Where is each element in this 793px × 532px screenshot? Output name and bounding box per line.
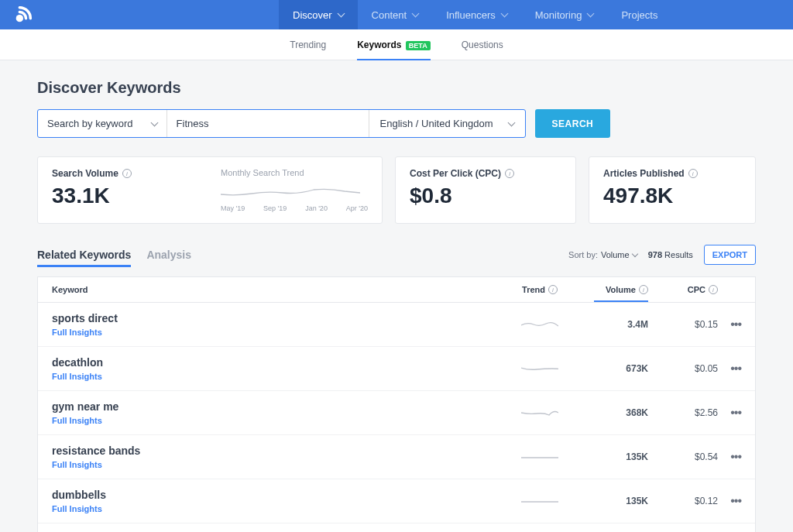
info-icon: i <box>548 285 558 294</box>
row-cpc: $2.56 <box>648 407 718 418</box>
table-row: resistance bands Full Insights 135K $0.5… <box>38 435 755 479</box>
tabs-row: Related KeywordsAnalysis Sort by: Volume… <box>37 242 756 267</box>
language-label: English / United Kingdom <box>380 118 493 129</box>
tab-related-keywords[interactable]: Related Keywords <box>37 242 131 267</box>
tabs: Related KeywordsAnalysis <box>37 242 191 267</box>
more-icon[interactable]: ••• <box>730 450 741 463</box>
row-sparkline <box>521 450 558 464</box>
search-input[interactable] <box>167 110 369 137</box>
search-group: Search by keyword English / United Kingd… <box>37 109 526 138</box>
search-type-select[interactable]: Search by keyword <box>38 110 167 137</box>
full-insights-link[interactable]: Full Insights <box>52 460 501 469</box>
page-title: Discover Keywords <box>37 79 756 97</box>
chevron-down-icon <box>337 10 345 18</box>
trend-label: Monthly Search Trend <box>221 168 368 177</box>
summary-cards: Search Volume i 33.1K Monthly Search Tre… <box>37 156 756 224</box>
col-trend[interactable]: Trend i <box>501 285 578 294</box>
sort-select[interactable]: Sort by: Volume <box>568 250 637 259</box>
tab-analysis[interactable]: Analysis <box>146 242 191 267</box>
row-sparkline <box>521 494 558 508</box>
chevron-down-icon <box>587 10 595 18</box>
full-insights-link[interactable]: Full Insights <box>52 372 501 381</box>
row-cpc: $0.05 <box>648 363 718 374</box>
card-articles: Articles Published i 497.8K <box>589 156 756 224</box>
nav-item-influencers[interactable]: Influencers <box>432 0 521 29</box>
search-button[interactable]: SEARCH <box>535 109 611 138</box>
table-row: dumbbells Full Insights 135K $0.12 ••• <box>38 479 755 523</box>
logo[interactable] <box>0 4 39 26</box>
nav-item-projects[interactable]: Projects <box>607 0 671 29</box>
tab-actions: Sort by: Volume 978 Results EXPORT <box>568 245 756 265</box>
card-search-volume: Search Volume i 33.1K Monthly Search Tre… <box>37 156 383 224</box>
search-row: Search by keyword English / United Kingd… <box>37 109 756 138</box>
chevron-down-icon <box>412 10 420 18</box>
table-row: decathlon Full Insights 673K $0.05 ••• <box>38 347 755 391</box>
monthly-trend: Monthly Search Trend May '19Sep '19Jan '… <box>221 168 368 212</box>
row-sparkline <box>521 317 558 331</box>
chevron-down-icon <box>507 118 515 126</box>
nav-item-discover[interactable]: Discover <box>279 0 358 29</box>
card-label: Search Volume i <box>52 168 132 179</box>
row-volume: 3.4M <box>578 319 648 330</box>
table-header: Keyword Trend i Volume i CPC i <box>38 277 755 303</box>
row-cpc: $0.54 <box>648 451 718 462</box>
chevron-down-icon <box>500 10 508 18</box>
row-volume: 135K <box>578 496 648 506</box>
logo-icon <box>12 4 34 26</box>
nav-items: DiscoverContentInfluencersMonitoringProj… <box>279 0 671 29</box>
full-insights-link[interactable]: Full Insights <box>52 504 501 513</box>
info-icon: i <box>709 285 718 294</box>
beta-badge: BETA <box>406 41 431 50</box>
keyword-name: resistance bands <box>52 444 501 457</box>
nav-item-monitoring[interactable]: Monitoring <box>521 0 608 29</box>
subnav-item-keywords[interactable]: Keywords BETA <box>357 39 431 60</box>
more-icon[interactable]: ••• <box>730 494 741 507</box>
sub-nav: TrendingKeywords BETAQuestions <box>0 29 793 60</box>
col-cpc[interactable]: CPC i <box>648 285 718 294</box>
chevron-down-icon <box>631 250 637 256</box>
row-volume: 135K <box>578 451 648 462</box>
trend-axis: May '19Sep '19Jan '20Apr '20 <box>221 204 368 212</box>
subnav-item-trending[interactable]: Trending <box>290 39 326 60</box>
full-insights-link[interactable]: Full Insights <box>52 328 501 337</box>
info-icon[interactable]: i <box>122 169 132 178</box>
language-select[interactable]: English / United Kingdom <box>369 110 525 137</box>
keyword-name: gym near me <box>52 400 501 413</box>
export-button[interactable]: EXPORT <box>704 245 756 265</box>
svg-point-0 <box>16 15 23 22</box>
card-cpc: Cost Per Click (CPC) i $0.8 <box>395 156 576 224</box>
top-nav: DiscoverContentInfluencersMonitoringProj… <box>0 0 793 29</box>
info-icon[interactable]: i <box>505 169 514 178</box>
table-row: gym near me Full Insights 368K $2.56 ••• <box>38 391 755 435</box>
row-volume: 673K <box>578 363 648 374</box>
row-sparkline <box>521 362 558 376</box>
col-keyword: Keyword <box>52 285 501 294</box>
results-count: 978 Results <box>648 250 693 259</box>
table-row: sports direct Full Insights 3.4M $0.15 •… <box>38 303 755 347</box>
full-insights-link[interactable]: Full Insights <box>52 416 501 425</box>
col-volume[interactable]: Volume i <box>578 285 648 294</box>
more-icon[interactable]: ••• <box>730 406 741 419</box>
more-icon[interactable]: ••• <box>730 362 741 375</box>
row-cpc: $0.12 <box>648 496 718 506</box>
row-cpc: $0.15 <box>648 319 718 330</box>
keywords-table: Keyword Trend i Volume i CPC i sports di… <box>37 276 756 532</box>
search-type-label: Search by keyword <box>47 118 133 129</box>
keyword-name: sports direct <box>52 312 501 324</box>
card-value: 497.8K <box>603 184 741 208</box>
more-icon[interactable]: ••• <box>730 317 741 331</box>
card-value: 33.1K <box>52 184 132 208</box>
info-icon[interactable]: i <box>688 169 698 178</box>
card-value: $0.8 <box>410 184 561 208</box>
card-label: Articles Published i <box>603 168 741 179</box>
table-row: dumbbell set Full Insights 74K $0.12 ••• <box>38 523 755 532</box>
keyword-name: decathlon <box>52 356 501 369</box>
card-label: Cost Per Click (CPC) i <box>410 168 561 179</box>
row-sparkline <box>521 406 558 420</box>
info-icon: i <box>639 285 648 294</box>
subnav-item-questions[interactable]: Questions <box>462 39 503 60</box>
row-volume: 368K <box>578 407 648 418</box>
nav-item-content[interactable]: Content <box>358 0 433 29</box>
trend-sparkline <box>221 182 360 201</box>
keyword-name: dumbbells <box>52 489 501 501</box>
